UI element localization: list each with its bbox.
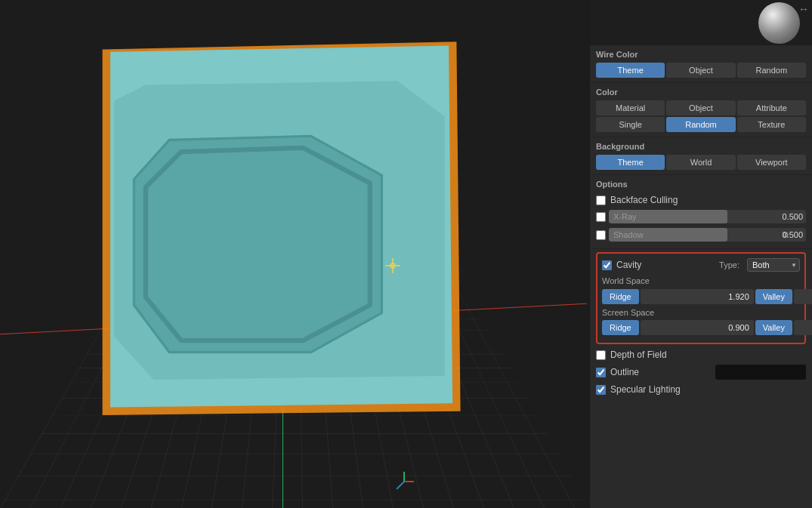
xray-checkbox[interactable] (596, 212, 606, 222)
background-buttons: Theme World Viewport (596, 155, 806, 170)
cavity-section: Cavity Type: Screen World Both World Spa… (596, 252, 806, 344)
crosshair (385, 258, 400, 276)
properties-panel: ↔ Wire Color Theme Object Random Color M… (589, 0, 812, 508)
background-viewport-btn[interactable]: Viewport (737, 155, 806, 170)
screen-ridge-btn[interactable]: Ridge (602, 320, 639, 335)
cavity-label: Cavity (616, 260, 715, 270)
cavity-type-wrapper: Screen World Both (747, 258, 800, 272)
background-world-btn[interactable]: World (666, 155, 735, 170)
3d-object (91, 38, 468, 408)
outline-checkbox[interactable] (596, 368, 606, 377)
xray-row: 0.500 X-Ray (596, 208, 806, 226)
specular-lighting-label: Specular Lighting (610, 384, 681, 395)
depth-of-field-label: Depth of Field (610, 349, 667, 360)
backface-culling-checkbox[interactable] (596, 196, 606, 205)
cavity-type-select[interactable]: Screen World Both (747, 258, 800, 272)
wire-color-label: Wire Color (596, 50, 806, 59)
preview-area: ↔ (590, 0, 812, 45)
wire-color-buttons: Theme Object Random (596, 63, 806, 78)
world-valley-input[interactable] (794, 289, 812, 304)
outline-row: Outline (590, 362, 812, 382)
color-random-btn[interactable]: Random (666, 117, 735, 132)
wire-color-random-btn[interactable]: Random (737, 63, 806, 78)
expand-icon[interactable]: ↔ (798, 3, 809, 15)
depth-of-field-row: Depth of Field (590, 347, 812, 362)
color-attribute-btn[interactable]: Attribute (737, 100, 806, 115)
cavity-checkbox[interactable] (602, 260, 612, 270)
depth-of-field-checkbox[interactable] (596, 350, 606, 360)
sphere-preview (758, 2, 800, 44)
color-texture-btn[interactable]: Texture (737, 117, 806, 132)
screen-space-label: Screen Space (602, 308, 800, 317)
cavity-header: Cavity Type: Screen World Both (602, 258, 800, 272)
viewport[interactable] (0, 0, 589, 508)
outline-label: Outline (610, 367, 639, 377)
wire-color-theme-btn[interactable]: Theme (596, 63, 665, 78)
background-label: Background (596, 142, 806, 151)
world-space-label: World Space (602, 276, 800, 285)
wire-color-object-btn[interactable]: Object (666, 63, 735, 78)
xray-label: X-Ray (613, 212, 637, 221)
shadow-label: Shadow (613, 230, 644, 239)
shadow-row: 0.500 Shadow ⚙ (596, 226, 806, 244)
svg-line-10 (397, 482, 404, 489)
background-section: Background Theme World Viewport (590, 137, 812, 175)
color-object-btn[interactable]: Object (666, 100, 735, 115)
color-buttons: Material Object Attribute Single Random … (596, 100, 806, 132)
shadow-gear-icon[interactable]: ⚙ (782, 230, 789, 240)
backface-culling-label: Backface Culling (610, 195, 678, 205)
xray-slider[interactable]: 0.500 X-Ray (609, 210, 806, 223)
world-valley-btn[interactable]: Valley (755, 289, 792, 304)
world-ridge-input[interactable] (641, 289, 754, 304)
xray-value: 0.500 (782, 212, 803, 221)
color-section: Color Material Object Attribute Single R… (590, 83, 812, 137)
color-single-btn[interactable]: Single (596, 117, 665, 132)
specular-lighting-checkbox[interactable] (596, 385, 606, 395)
options-label: Options (596, 180, 806, 189)
options-section: Options Backface Culling 0.500 X-Ray (590, 175, 812, 249)
backface-culling-row: Backface Culling (596, 192, 806, 208)
color-label: Color (596, 88, 806, 97)
world-space-row: Ridge Valley ⚙ (602, 288, 800, 305)
axis-indicator (393, 470, 415, 493)
screen-space-row: Ridge Valley (602, 320, 800, 335)
outline-color-swatch[interactable] (715, 365, 806, 380)
screen-valley-btn[interactable]: Valley (755, 320, 792, 335)
cavity-type-label: Type: (719, 260, 739, 269)
background-theme-btn[interactable]: Theme (596, 155, 665, 170)
screen-valley-input[interactable] (794, 320, 812, 335)
world-ridge-btn[interactable]: Ridge (602, 289, 639, 304)
color-material-btn[interactable]: Material (596, 100, 665, 115)
shadow-slider[interactable]: 0.500 Shadow ⚙ (609, 228, 806, 242)
wire-color-section: Wire Color Theme Object Random (590, 45, 812, 83)
screen-ridge-input[interactable] (641, 320, 754, 335)
specular-lighting-row: Specular Lighting (590, 382, 812, 397)
shadow-checkbox[interactable] (596, 230, 606, 240)
